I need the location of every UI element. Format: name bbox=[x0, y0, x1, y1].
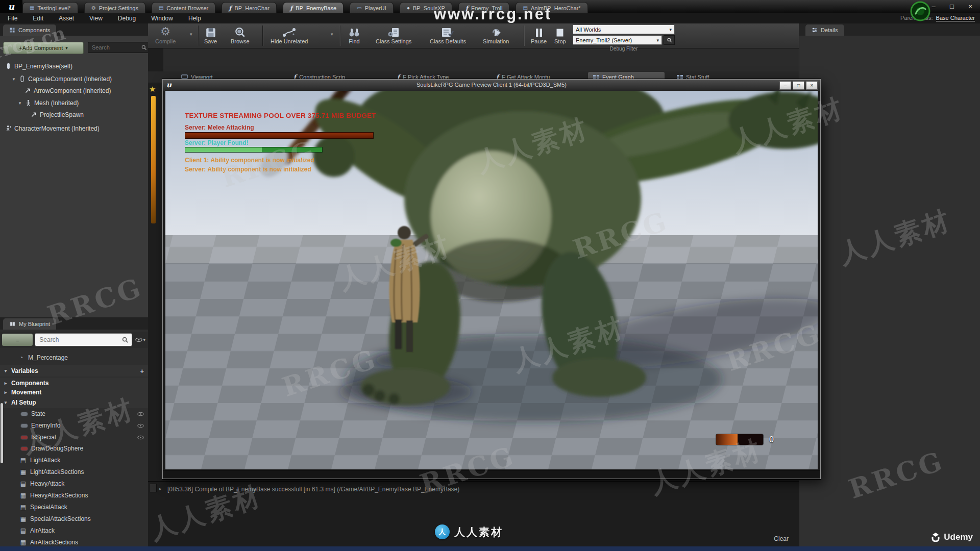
class-settings-button[interactable]: Class Settings bbox=[376, 24, 411, 44]
preview-title-bar[interactable]: u SoulsLikeRPG Game Preview Client 1 (64… bbox=[163, 80, 820, 91]
expander-icon[interactable]: ▾ bbox=[17, 101, 22, 106]
menu-help[interactable]: Help bbox=[181, 15, 209, 22]
tab-content-browser[interactable]: ▤Content Browser bbox=[152, 2, 215, 13]
add-component-button[interactable]: +Add Component ▾ bbox=[3, 42, 84, 54]
variable-row-heavyattacksections[interactable]: ▦HeavyAttackSections bbox=[0, 490, 148, 501]
tab-label: TestingLevel* bbox=[37, 5, 70, 11]
chevron-down-icon: ▾ bbox=[143, 338, 145, 342]
component-row-arrow[interactable]: ArrowComponent (Inherited) bbox=[0, 85, 148, 96]
character-movement-icon bbox=[5, 125, 12, 132]
tab-bp-enemybase[interactable]: ƒBP_EnemyBase bbox=[283, 2, 344, 13]
find-button[interactable]: Find bbox=[348, 24, 360, 44]
section-variables[interactable]: ▾ Variables + bbox=[0, 365, 148, 377]
tab-animbp-herochar[interactable]: ▤AnimBP_HeroChar* bbox=[516, 2, 587, 13]
section-movement[interactable]: ▸ Movement bbox=[0, 387, 148, 398]
server-melee-message: Server: Melee Attacking bbox=[185, 124, 376, 131]
expander-icon[interactable]: ▾ bbox=[3, 368, 8, 373]
menu-edit[interactable]: Edit bbox=[25, 15, 51, 22]
search-icon bbox=[667, 37, 672, 43]
game-viewport[interactable]: TEXTURE STREAMING POOL OVER 375.71 MiB B… bbox=[165, 91, 818, 469]
component-label: CapsuleComponent (Inherited) bbox=[28, 76, 112, 83]
blueprint-filter-button[interactable]: ≡ bbox=[2, 334, 33, 346]
components-search-input[interactable] bbox=[91, 44, 141, 51]
variable-row-specialattack[interactable]: ▤SpecialAttack bbox=[0, 502, 148, 513]
minimize-button[interactable]: – bbox=[779, 81, 791, 90]
my-blueprint-search-input[interactable] bbox=[38, 336, 119, 344]
udemy-mark-icon bbox=[930, 533, 941, 542]
button-label: Class Defaults bbox=[430, 38, 466, 44]
eye-icon[interactable] bbox=[137, 423, 144, 428]
tab-bp-soulsxp[interactable]: ●BP_SoulsXP bbox=[400, 2, 452, 13]
tab-details-panel[interactable]: Details bbox=[805, 24, 844, 36]
tab-enemy-troll[interactable]: ƒEnemy_Troll bbox=[458, 2, 510, 13]
maximize-button[interactable]: □ bbox=[793, 81, 804, 90]
eye-icon[interactable] bbox=[137, 412, 144, 416]
tab-components-panel[interactable]: Components bbox=[3, 24, 56, 36]
component-row-capsule[interactable]: ▾ CapsuleComponent (Inherited) bbox=[0, 73, 148, 85]
maximize-button[interactable]: □ bbox=[946, 2, 958, 11]
component-row-root[interactable]: BP_EnemyBase(self) bbox=[0, 60, 148, 72]
expander-icon[interactable]: ▾ bbox=[3, 400, 8, 405]
variable-row-specialattacksections[interactable]: ▦SpecialAttackSections bbox=[0, 513, 148, 524]
stop-button[interactable]: Stop bbox=[554, 24, 566, 44]
variable-row-enemyinfo[interactable]: EnemyInfo bbox=[0, 420, 148, 431]
expander-icon[interactable]: ▾ bbox=[11, 77, 16, 82]
menu-debug[interactable]: Debug bbox=[110, 15, 143, 22]
chevron-down-icon[interactable]: ▾ bbox=[190, 32, 192, 37]
variable-row-state[interactable]: State bbox=[0, 408, 148, 419]
component-row-mesh[interactable]: ▾ Mesh (Inherited) bbox=[0, 97, 148, 109]
variable-row-lightattacksections[interactable]: ▦LightAttackSections bbox=[0, 466, 148, 478]
expander-icon[interactable]: ▸ bbox=[159, 486, 162, 491]
eye-icon[interactable] bbox=[137, 435, 144, 440]
clear-log-button[interactable]: Clear bbox=[774, 535, 789, 542]
book-icon bbox=[9, 321, 16, 327]
class-defaults-button[interactable]: Class Defaults bbox=[430, 24, 466, 44]
variable-row-heavyattack[interactable]: ▤HeavyAttack bbox=[0, 478, 148, 489]
browse-button[interactable]: Browse bbox=[231, 24, 250, 44]
menu-view[interactable]: View bbox=[82, 15, 110, 22]
parent-class-link[interactable]: Base Character bbox=[936, 15, 975, 21]
panel-handle[interactable] bbox=[149, 484, 157, 492]
tab-playerui[interactable]: ▭PlayerUI bbox=[350, 2, 394, 13]
variable-row-drawdebugsphere[interactable]: DrawDebugSphere bbox=[0, 443, 148, 454]
worlds-dropdown[interactable]: All Worlds ▾ bbox=[573, 24, 675, 34]
add-component-label: +Add Component bbox=[19, 45, 63, 51]
save-button[interactable]: Save bbox=[204, 24, 217, 44]
tab-testing-level[interactable]: ▦TestingLevel* bbox=[22, 2, 78, 13]
component-row-charactermovement[interactable]: CharacterMovement (Inherited) bbox=[0, 122, 148, 134]
menu-asset[interactable]: Asset bbox=[51, 15, 82, 22]
variable-row-airattack[interactable]: ▤AirAttack bbox=[0, 525, 148, 536]
my-blueprint-item-graph[interactable]: ◔ M_Percentage bbox=[0, 352, 148, 363]
minimize-button[interactable]: – bbox=[928, 2, 939, 11]
menu-file[interactable]: File bbox=[0, 15, 25, 22]
enemy-health-bar bbox=[185, 132, 374, 139]
unreal-editor-window: u ▦TestingLevel* ⚙Project Settings ▤Cont… bbox=[0, 0, 980, 551]
my-blueprint-search-box bbox=[35, 333, 132, 346]
tab-project-settings[interactable]: ⚙Project Settings bbox=[84, 2, 145, 13]
simulation-button[interactable]: Simulation bbox=[483, 24, 509, 44]
menu-window[interactable]: Window bbox=[143, 15, 181, 22]
hide-unrelated-button[interactable]: Hide Unrelated bbox=[271, 24, 308, 44]
search-icon bbox=[141, 44, 147, 51]
pause-icon bbox=[534, 27, 544, 38]
component-row-projectilespawn[interactable]: ProjectileSpawn bbox=[0, 109, 148, 120]
close-button[interactable]: × bbox=[806, 81, 818, 90]
close-button[interactable]: × bbox=[965, 2, 976, 11]
montage-icon: ▤ bbox=[19, 457, 27, 463]
debug-object-dropdown[interactable]: Enemy_Troll2 (Server) ▾ bbox=[573, 35, 662, 45]
view-options-button[interactable]: ▾ bbox=[134, 334, 146, 346]
debug-search-button[interactable] bbox=[664, 35, 675, 45]
worlds-value: All Worlds bbox=[576, 27, 601, 33]
add-variable-button[interactable]: + bbox=[140, 367, 144, 375]
variable-row-isspecial[interactable]: IsSpecial bbox=[0, 432, 148, 443]
compile-button[interactable]: ⚙ Compile bbox=[155, 24, 176, 44]
expander-icon[interactable]: ▸ bbox=[3, 381, 8, 386]
expander-icon[interactable]: ▸ bbox=[3, 390, 8, 395]
my-blueprint-scrollbar[interactable] bbox=[1, 403, 3, 463]
tab-bp-herochar[interactable]: ƒBP_HeroChar bbox=[222, 2, 277, 13]
section-ai-setup[interactable]: ▾ AI Setup bbox=[0, 397, 148, 408]
pause-button[interactable]: Pause bbox=[531, 24, 547, 44]
variable-row-lightattack[interactable]: ▤LightAttack bbox=[0, 455, 148, 466]
chevron-down-icon[interactable]: ▾ bbox=[331, 32, 333, 37]
tab-my-blueprint-panel[interactable]: My Blueprint bbox=[3, 318, 56, 330]
